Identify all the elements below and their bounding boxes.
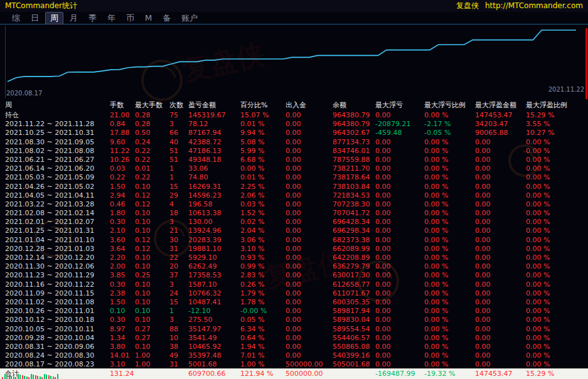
menu-item-M[interactable]: M xyxy=(141,13,156,23)
cell-pl: 16269.31 xyxy=(188,183,240,191)
cell-mfpp: 10.27 % xyxy=(526,129,583,137)
cell-io: 0.00 xyxy=(286,289,333,298)
column-header[interactable]: 最大浮盈比例 xyxy=(526,99,583,111)
menu-item-币[interactable]: 币 xyxy=(122,13,139,24)
cell-pl: 5929.10 xyxy=(188,254,240,262)
menu-item-年[interactable]: 年 xyxy=(103,13,120,24)
table-row[interactable]: 2021.06.14 ~ 2021.06.200.030.01133.060.0… xyxy=(0,164,588,173)
table-row[interactable]: 2021.06.21 ~ 2021.06.2710.260.225149348.… xyxy=(0,156,588,164)
cell-pct: 2.83 % xyxy=(240,271,286,280)
cell-mfp: 90065.88 xyxy=(475,129,526,137)
table-row[interactable]: 2021.04.26 ~ 2021.05.021.500.101516269.3… xyxy=(0,183,588,191)
table-row[interactable]: 2020.09.28 ~ 2020.10.041.340.27103541.49… xyxy=(0,334,588,343)
menu-item-日[interactable]: 日 xyxy=(26,13,43,24)
column-header[interactable]: 出入金 xyxy=(286,99,333,111)
cell-io: 0.00 xyxy=(286,129,333,137)
cell-lots: 2.00 xyxy=(110,262,135,271)
column-header[interactable]: 百分比% xyxy=(240,99,286,111)
table-row[interactable]: 2020.08.17 ~ 2020.08.233.101.00315001.68… xyxy=(0,360,588,368)
cell-mfl: 0.00 xyxy=(375,227,424,235)
cell-mflp: 0.00 % xyxy=(424,334,475,343)
mini-candle xyxy=(9,375,10,379)
cell-mflp: 0.00 % xyxy=(424,183,475,191)
menu-item-月[interactable]: 月 xyxy=(65,13,82,24)
table-row[interactable]: 2020.11.30 ~ 2020.12.062.000.10206262.49… xyxy=(0,262,588,271)
table-row[interactable]: 2021.05.03 ~ 2021.05.090.220.22174.800.0… xyxy=(0,173,588,182)
table-row[interactable]: 2021.03.22 ~ 2021.03.280.460.124196.580.… xyxy=(0,200,588,209)
column-header[interactable]: 最大浮亏比例 xyxy=(424,99,475,111)
cell-n: 38 xyxy=(169,343,188,351)
table-row[interactable]: 2020.12.14 ~ 2020.12.202.200.10225929.10… xyxy=(0,254,588,262)
cell-bal: 707238.30 xyxy=(333,200,375,209)
cell-mfl: 0.00 xyxy=(375,262,424,271)
table-row[interactable]: 2020.11.02 ~ 2020.11.081.500.101510487.4… xyxy=(0,298,588,307)
table-row[interactable]: 2021.02.01 ~ 2021.02.070.300.103130.000.… xyxy=(0,218,588,227)
cell-w: 2020.11.30 ~ 2020.12.06 xyxy=(5,262,110,271)
cell-mfpp: 0.00 % xyxy=(526,254,583,262)
cell-mflp: 0.00 % xyxy=(424,245,475,254)
mini-candlestick-strip xyxy=(0,373,62,379)
table-header: 周手数最大手数次数盈亏金额百分比%出入金余额最大浮亏最大浮亏比例最大浮盈金额最大… xyxy=(0,99,588,111)
cell-n: 3 xyxy=(169,218,188,227)
column-header[interactable]: 周 xyxy=(5,99,110,111)
column-header[interactable]: 余额 xyxy=(333,99,375,111)
cell-ml: 0.10 xyxy=(135,298,169,307)
cell-ml: 0.10 xyxy=(135,289,169,298)
brand-url[interactable]: http://MTCommander.com xyxy=(485,1,583,10)
table-row[interactable]: 2020.08.31 ~ 2020.09.063.800.103810465.9… xyxy=(0,343,588,351)
cell-mfl: 0.00 xyxy=(375,334,424,343)
table-row[interactable]: 2021.04.05 ~ 2021.04.112.940.122914596.2… xyxy=(0,191,588,200)
table-row[interactable]: 2021.01.04 ~ 2021.01.103.600.123020283.3… xyxy=(0,236,588,245)
menu-item-周[interactable]: 周 xyxy=(45,12,63,24)
cell-ml: 0.28 xyxy=(135,111,169,120)
table-row[interactable]: 2020.10.12 ~ 2020.10.180.300.103275.500.… xyxy=(0,316,588,324)
cell-pct: 0.26 % xyxy=(240,280,286,289)
cell-n: 31 xyxy=(169,360,188,368)
table-row[interactable]: 2020.12.28 ~ 2021.01.033.640.123119881.1… xyxy=(0,245,588,254)
cell-w: 2020.12.28 ~ 2021.01.03 xyxy=(5,245,110,254)
table-row[interactable]: 2020.10.26 ~ 2020.11.010.100.101-12.10-0… xyxy=(0,307,588,316)
cell-n xyxy=(169,369,188,379)
cell-mflp: -0.05 % xyxy=(424,129,475,137)
table-row[interactable]: 2020.11.23 ~ 2020.11.293.850.253717358.5… xyxy=(0,271,588,280)
cell-io: 0.00 xyxy=(286,200,333,209)
table-row[interactable]: 2020.10.05 ~ 2020.10.118.970.278835147.9… xyxy=(0,325,588,334)
column-header[interactable]: 最大浮亏 xyxy=(375,99,424,111)
menu-item-季[interactable]: 季 xyxy=(84,13,101,24)
mini-candle xyxy=(24,376,25,379)
table-row[interactable]: 2021.02.08 ~ 2021.02.141.800.101810613.3… xyxy=(0,209,588,218)
table-row[interactable]: 持仓21.000.2875145319.6715.07 %0.00964380.… xyxy=(0,111,588,120)
table-row[interactable]: 2021.10.25 ~ 2021.10.3117.880.506687167.… xyxy=(0,129,588,137)
table-row[interactable]: 2021.11.22 ~ 2021.11.280.840.28378.120.0… xyxy=(0,120,588,129)
cell-pct: -0.00 % xyxy=(240,307,286,316)
cell-lots: 1.80 xyxy=(110,209,135,218)
cell-w: 2021.01.04 ~ 2021.01.10 xyxy=(5,236,110,245)
cell-io: 0.00 xyxy=(286,209,333,218)
cell-pl: 78.12 xyxy=(188,120,240,129)
table-row[interactable]: 2021.01.25 ~ 2021.01.312.100.102113924.9… xyxy=(0,227,588,235)
table-row[interactable]: 2020.11.09 ~ 2020.11.152.380.102410766.3… xyxy=(0,289,588,298)
cell-mfpp: 0.00 % xyxy=(526,262,583,271)
cell-io: 0.00 xyxy=(286,298,333,307)
column-header[interactable]: 最大手数 xyxy=(135,99,169,111)
cell-lots: 8.97 xyxy=(110,325,135,334)
menu-item-备[interactable]: 备 xyxy=(158,13,175,24)
menu-item-账户[interactable]: 账户 xyxy=(177,13,202,24)
column-header[interactable]: 次数 xyxy=(169,99,188,111)
cell-mfl: 0.00 xyxy=(375,360,424,368)
cell-mfpp: 0.00 % xyxy=(526,334,583,343)
cell-n: 31 xyxy=(169,245,188,254)
menu-item-综[interactable]: 综 xyxy=(8,13,24,24)
table-row[interactable]: 2020.08.24 ~ 2020.08.3014.011.004935397.… xyxy=(0,351,588,360)
table-row[interactable]: 2020.11.16 ~ 2020.11.220.300.1031587.100… xyxy=(0,280,588,289)
table-row[interactable]: 2021.08.02 ~ 2021.08.0811.220.225147186.… xyxy=(0,147,588,156)
mini-candle xyxy=(37,376,38,379)
cell-mfl: 0.00 xyxy=(375,173,424,182)
column-header[interactable]: 盈亏金额 xyxy=(188,99,240,111)
table-row[interactable]: 2021.08.30 ~ 2021.09.059.600.244042388.7… xyxy=(0,138,588,147)
cell-mfp: 0.00 xyxy=(475,156,526,164)
cell-n: 30 xyxy=(169,236,188,245)
column-header[interactable]: 最大浮盈金额 xyxy=(475,99,526,111)
column-header[interactable]: 手数 xyxy=(110,99,135,111)
cell-w: 2020.10.05 ~ 2020.10.11 xyxy=(5,325,110,334)
